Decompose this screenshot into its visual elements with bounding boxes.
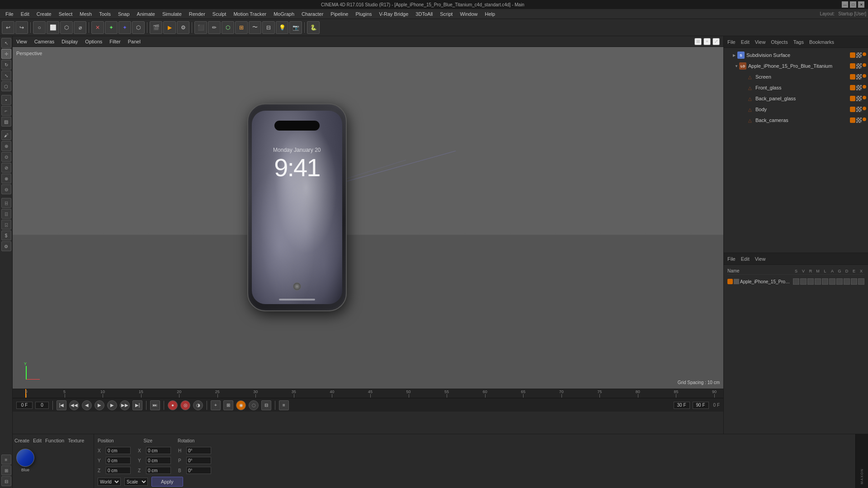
spline-button[interactable]: 〜 [249,21,261,34]
obj-col-l[interactable] [822,278,828,285]
tree-dot-small[interactable] [863,52,866,56]
tree-dot-render-bc[interactable] [856,117,862,123]
scale-x-field[interactable] [146,447,171,454]
tree-dot-small-screen[interactable] [863,74,866,78]
minimize-button[interactable]: — [842,1,848,8]
menu-sculpt[interactable]: Sculpt [209,10,230,18]
tree-dot-small-iphone[interactable] [863,63,866,67]
apply-button[interactable]: Apply [151,477,183,487]
obj-col-m[interactable] [815,278,821,285]
rot-p-field[interactable] [186,457,211,464]
object-props-row[interactable]: Apple_iPhone_15_Pro_Blue_Titanium [727,277,864,286]
viewport-maximize-icon[interactable]: ⤢ [712,38,720,45]
cube-button[interactable]: ⬛ [194,21,207,34]
left-tool-point[interactable]: • [1,95,11,105]
fps-field[interactable] [674,402,690,409]
python-button[interactable]: 🐍 [307,21,320,34]
left-tool-snap2[interactable]: $ [1,230,11,240]
tree-dot-small-bp[interactable] [863,96,866,99]
om-file[interactable]: File [727,39,736,45]
render-obj-button[interactable]: ⊟ [262,21,275,34]
om-edit[interactable]: Edit [741,39,750,45]
tree-dot-vis-bc[interactable] [850,117,855,123]
viewport-lock-icon[interactable]: + [703,38,711,45]
obj-col-g[interactable] [836,278,843,285]
left-tool-scale[interactable]: ⤡ [1,70,11,80]
rot-h-field[interactable] [186,447,211,454]
viewport-menu-panel[interactable]: Panel [128,39,141,44]
menu-tools[interactable]: Tools [95,10,114,18]
render-preview-button[interactable]: 🎬 [150,21,162,34]
tree-item-back-cameras[interactable]: ▶ △ Back_cameras [724,115,868,126]
left-tool-object[interactable]: ⬡ [1,81,11,91]
left-tool-snap3[interactable]: ⚙ [1,241,11,251]
om-tags[interactable]: Tags [793,39,804,45]
tree-dot-render-screen[interactable] [856,74,862,80]
menu-create[interactable]: Create [33,10,55,18]
scale-z-field[interactable] [146,467,171,474]
tree-dot-small-fg[interactable] [863,85,866,89]
viewport-split-icon[interactable]: ⊞ [694,38,702,45]
tree-dot-vis[interactable] [850,52,855,58]
coord-system-select[interactable]: World Object [98,478,121,486]
menu-character[interactable]: Character [298,10,327,18]
current-frame-field[interactable] [35,402,49,409]
menu-3dto[interactable]: 3DToAll [412,10,436,18]
tree-dot-vis-fg[interactable] [850,85,855,90]
left-tool-misc2[interactable]: ⊟ [1,476,11,486]
live-select-button[interactable]: ○ [33,21,46,34]
transport-fwd-key-button[interactable]: ▶▶ [120,400,130,410]
menu-pipeline[interactable]: Pipeline [327,10,352,18]
menu-simulate[interactable]: Simulate [159,10,185,18]
menu-edit[interactable]: Edit [17,10,33,18]
transport-motion-button[interactable]: ◑ [193,400,203,410]
viewport-menu-display[interactable]: Display [61,39,78,44]
transport-mode4-button[interactable]: ◌ [249,400,259,410]
tree-dot-small-bc[interactable] [863,117,866,121]
left-tool-sculpt5[interactable]: ⊝ [1,184,11,194]
transport-start-button[interactable]: |◀ [57,400,66,410]
mat-texture[interactable]: Texture [68,438,84,443]
transport-play-button[interactable]: ▶ [94,400,104,410]
obj-col-d[interactable] [844,278,850,285]
tree-dot-render-iphone[interactable] [856,63,862,69]
obj-col-v[interactable] [800,278,807,285]
menu-file[interactable]: File [2,10,17,18]
tree-dot-vis-body[interactable] [850,107,855,112]
transform-mode-select[interactable]: Scale Move Rotate [124,478,148,486]
menu-animate[interactable]: Animate [133,10,159,18]
left-tool-sculpt3[interactable]: ⊘ [1,163,11,173]
viewport-menu-view[interactable]: View [16,39,27,44]
viewport-menu-options[interactable]: Options [85,39,102,44]
left-tool-paint[interactable]: 🖌 [1,130,11,140]
tree-dot-render-fg[interactable] [856,85,862,90]
close-button[interactable]: ✕ [858,1,864,8]
tree-dot-render-bp[interactable] [856,96,862,101]
rect-select-button[interactable]: ⬜ [47,21,59,34]
pos-z-field[interactable] [106,467,131,474]
camera-button[interactable]: 📷 [289,21,302,34]
tree-item-front-glass[interactable]: ▶ △ Front_glass [724,82,868,93]
redo-button[interactable]: ↪ [15,21,28,34]
obj-col-e[interactable] [851,278,857,285]
scale-y-field[interactable] [146,457,171,464]
transport-mode1-button[interactable]: + [211,400,221,410]
tree-item-screen[interactable]: ▶ △ Screen [724,71,868,82]
menu-script[interactable]: Script [436,10,456,18]
left-tool-misc1[interactable]: ⊞ [1,465,11,475]
menu-select[interactable]: Select [55,10,76,18]
viewport-menu-cameras[interactable]: Cameras [34,39,55,44]
transport-mode5-button[interactable]: ⊟ [261,400,271,410]
timeline-ruler-bar[interactable]: 051015202530354045505560657075808590 [13,389,723,398]
maximize-button[interactable]: □ [850,1,856,8]
left-tool-edge[interactable]: ⌐ [1,106,11,116]
tree-dot-vis-iphone[interactable] [850,63,855,69]
undo-button[interactable]: ↩ [2,21,14,34]
obj-col-s[interactable] [793,278,799,285]
transport-rev-key-button[interactable]: ◀◀ [69,400,79,410]
tree-dot-render[interactable] [856,52,862,58]
left-tool-line1[interactable]: ⌸ [1,198,11,208]
menu-window[interactable]: Window [456,10,481,18]
pos-x-field[interactable] [106,447,131,454]
menu-motion-tracker[interactable]: Motion Tracker [230,10,270,18]
